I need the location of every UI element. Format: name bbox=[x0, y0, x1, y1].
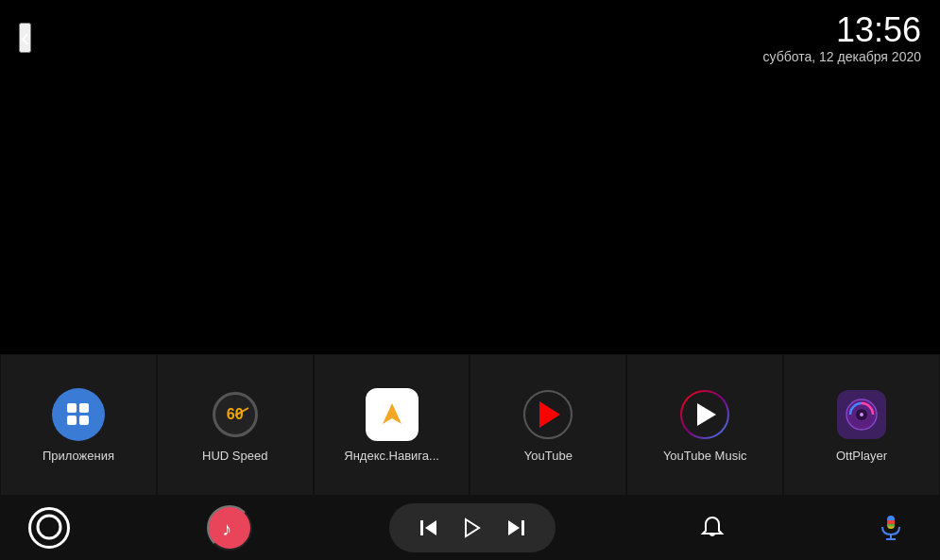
play-icon bbox=[461, 517, 484, 539]
app-tile-youtube[interactable]: YouTube bbox=[470, 354, 626, 496]
app-tile-ottplayer[interactable]: OttPlayer bbox=[783, 354, 940, 496]
youtube-border bbox=[523, 390, 573, 439]
prev-track-button[interactable] bbox=[412, 511, 446, 545]
ytm-gradient-border bbox=[680, 390, 729, 439]
next-icon bbox=[504, 517, 527, 539]
app-tile-youtube-music[interactable]: YouTube Music bbox=[626, 354, 783, 496]
svg-rect-10 bbox=[521, 520, 524, 535]
notification-button[interactable] bbox=[692, 507, 733, 549]
svg-rect-7 bbox=[420, 520, 423, 535]
app-tile-hud-speed[interactable]: 60 HUD Speed bbox=[157, 354, 314, 496]
svg-point-4 bbox=[860, 413, 863, 416]
hud-circle: 60 bbox=[213, 392, 258, 437]
youtube-play-triangle bbox=[539, 401, 560, 428]
youtube-icon bbox=[521, 388, 574, 441]
music-button[interactable]: ♪ bbox=[207, 505, 252, 551]
voice-mic-button[interactable] bbox=[870, 507, 912, 549]
app-tile-yandex-navi[interactable]: Яндекс.Навига... bbox=[314, 354, 470, 496]
svg-marker-8 bbox=[425, 520, 436, 535]
svg-marker-11 bbox=[508, 520, 520, 535]
svg-rect-12 bbox=[887, 516, 895, 529]
bell-icon bbox=[699, 515, 726, 541]
app-grid: Приложения 60 HUD Speed Яндекс.Навига... bbox=[0, 354, 940, 496]
clock-time: 13:56 bbox=[763, 11, 921, 49]
prilojeniya-label: Приложения bbox=[43, 449, 114, 463]
bottom-bar: ♪ bbox=[0, 496, 940, 560]
ottplayer-label: OttPlayer bbox=[836, 449, 887, 463]
media-controls-pill bbox=[389, 503, 555, 552]
yandex-navi-label: Яндекс.Навига... bbox=[344, 449, 439, 463]
back-button[interactable]: ‹ bbox=[19, 23, 31, 53]
ott-icon-wrap bbox=[837, 390, 886, 439]
ottplayer-icon bbox=[835, 388, 888, 441]
datetime: 13:56 суббота, 12 декабря 2020 bbox=[763, 11, 921, 64]
play-pause-button[interactable] bbox=[455, 511, 489, 545]
svg-point-5 bbox=[38, 516, 60, 538]
hud-speed-icon: 60 bbox=[209, 388, 262, 441]
clock-date: суббота, 12 декабря 2020 bbox=[763, 49, 921, 64]
youtube-music-icon bbox=[678, 388, 731, 441]
ott-svg bbox=[845, 398, 879, 432]
app-tile-prilojeniya[interactable]: Приложения bbox=[0, 354, 157, 496]
android-auto-button[interactable] bbox=[28, 507, 70, 549]
prev-icon bbox=[418, 517, 440, 539]
yandex-arrow-svg bbox=[375, 398, 409, 432]
svg-marker-9 bbox=[466, 519, 479, 536]
yandex-navi-icon bbox=[366, 388, 419, 441]
google-mic-icon bbox=[877, 514, 905, 542]
youtube-music-label: YouTube Music bbox=[663, 449, 747, 463]
ytm-inner bbox=[682, 392, 727, 437]
ytm-play-triangle bbox=[697, 403, 716, 426]
top-bar: ‹ 13:56 суббота, 12 декабря 2020 bbox=[0, 0, 940, 76]
svg-text:♪: ♪ bbox=[222, 518, 231, 539]
android-auto-icon bbox=[36, 514, 62, 540]
youtube-label: YouTube bbox=[524, 449, 573, 463]
apps-grid-icon bbox=[63, 399, 93, 429]
next-track-button[interactable] bbox=[499, 511, 533, 545]
music-note-icon: ♪ bbox=[217, 516, 242, 540]
prilojeniya-icon bbox=[52, 388, 105, 441]
hud-speed-label: HUD Speed bbox=[202, 449, 267, 463]
